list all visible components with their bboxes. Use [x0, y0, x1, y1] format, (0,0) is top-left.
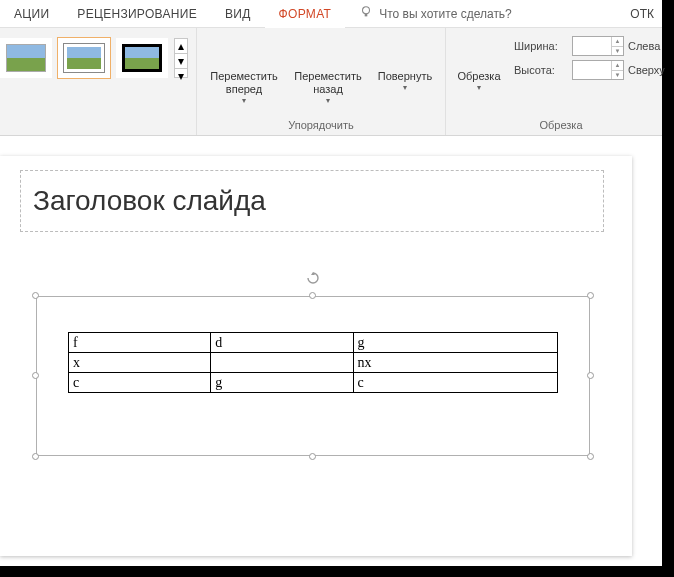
ribbon-tabs: АЦИИ РЕЦЕНЗИРОВАНИЕ ВИД ФОРМАТ Что вы хо…: [0, 0, 662, 28]
table-cell[interactable]: c: [69, 373, 211, 393]
tab-view[interactable]: ВИД: [211, 0, 265, 28]
picture-style-black-frame[interactable]: [116, 38, 168, 78]
table-cell[interactable]: x: [69, 353, 211, 373]
width-label: Ширина:: [514, 40, 568, 52]
table-cell[interactable]: g: [353, 333, 558, 353]
picture-style-mat[interactable]: [58, 38, 110, 78]
resize-handle-b[interactable]: [309, 453, 316, 460]
table-cell[interactable]: d: [211, 333, 353, 353]
resize-handle-t[interactable]: [309, 292, 316, 299]
crop-button[interactable]: Обрезка ▾: [454, 32, 504, 92]
chevron-down-icon: ▾: [178, 54, 184, 68]
table-selection-frame[interactable]: f d g x nx c g c: [36, 296, 590, 456]
chevron-down-icon: ▾: [403, 83, 407, 92]
rotate-handle[interactable]: [307, 272, 319, 284]
arrange-group: Переместить вперед ▾ Переместить назад ▾: [197, 28, 446, 135]
picture-styles-group: ▴ ▾ ▾: [0, 28, 197, 135]
svg-rect-1: [365, 14, 368, 17]
resize-handle-r[interactable]: [587, 372, 594, 379]
bulb-icon: [359, 5, 373, 22]
tab-format[interactable]: ФОРМАТ: [265, 0, 346, 28]
tab-animations[interactable]: АЦИИ: [0, 0, 63, 28]
tell-me-search[interactable]: Что вы хотите сделать?: [345, 5, 526, 22]
chevron-down-icon: ▾: [477, 83, 481, 92]
table-cell[interactable]: g: [211, 373, 353, 393]
table-row[interactable]: c g c: [69, 373, 558, 393]
slide[interactable]: Заголовок слайда: [0, 156, 632, 556]
tab-review[interactable]: РЕЦЕНЗИРОВАНИЕ: [63, 0, 211, 28]
table-row[interactable]: f d g: [69, 333, 558, 353]
resize-handle-tl[interactable]: [32, 292, 39, 299]
chevron-down-icon: ▾: [242, 96, 246, 105]
tell-me-placeholder: Что вы хотите сделать?: [379, 7, 512, 21]
arrange-group-label: Упорядочить: [288, 117, 353, 133]
more-icon: ▾: [178, 69, 184, 83]
resize-handle-bl[interactable]: [32, 453, 39, 460]
table-row[interactable]: x nx: [69, 353, 558, 373]
resize-handle-l[interactable]: [32, 372, 39, 379]
crop-group-label: Обрезка: [539, 117, 582, 133]
height-label: Высота:: [514, 64, 568, 76]
table-cell[interactable]: c: [353, 373, 558, 393]
chevron-down-icon: ▾: [326, 96, 330, 105]
chevron-up-icon: ▴: [178, 39, 184, 53]
tab-far-right[interactable]: ОТК: [622, 7, 662, 21]
slide-title-placeholder[interactable]: Заголовок слайда: [20, 170, 604, 232]
bring-forward-button[interactable]: Переместить вперед ▾: [205, 32, 283, 105]
table-cell[interactable]: nx: [353, 353, 558, 373]
chevron-up-icon[interactable]: ▲: [612, 61, 623, 70]
chevron-down-icon[interactable]: ▼: [612, 70, 623, 80]
width-spinbox[interactable]: ▲▼: [572, 36, 624, 56]
send-backward-button[interactable]: Переместить назад ▾: [289, 32, 367, 105]
height-spinbox[interactable]: ▲▼: [572, 60, 624, 80]
picture-style-simple[interactable]: [0, 38, 52, 78]
crop-group: Обрезка ▾ Ширина: ▲▼ Слева: [446, 28, 674, 135]
chevron-down-icon[interactable]: ▼: [612, 46, 623, 56]
data-table[interactable]: f d g x nx c g c: [68, 332, 558, 393]
rotate-button[interactable]: Повернуть ▾: [373, 32, 437, 92]
slide-title-text: Заголовок слайда: [33, 185, 266, 217]
top-label: Сверху: [628, 64, 668, 76]
picture-style-gallery-dropdown[interactable]: ▴ ▾ ▾: [174, 38, 188, 78]
picture-style-gallery: [0, 32, 168, 78]
table-cell[interactable]: [211, 353, 353, 373]
resize-handle-br[interactable]: [587, 453, 594, 460]
left-label: Слева: [628, 40, 668, 52]
resize-handle-tr[interactable]: [587, 292, 594, 299]
slide-workspace[interactable]: Заголовок слайда: [0, 136, 662, 566]
ribbon: ▴ ▾ ▾ Переместить вп: [0, 28, 662, 136]
table-cell[interactable]: f: [69, 333, 211, 353]
chevron-up-icon[interactable]: ▲: [612, 37, 623, 46]
size-controls: Ширина: ▲▼ Слева Высота: ▲▼: [514, 32, 668, 80]
svg-point-0: [363, 7, 370, 14]
